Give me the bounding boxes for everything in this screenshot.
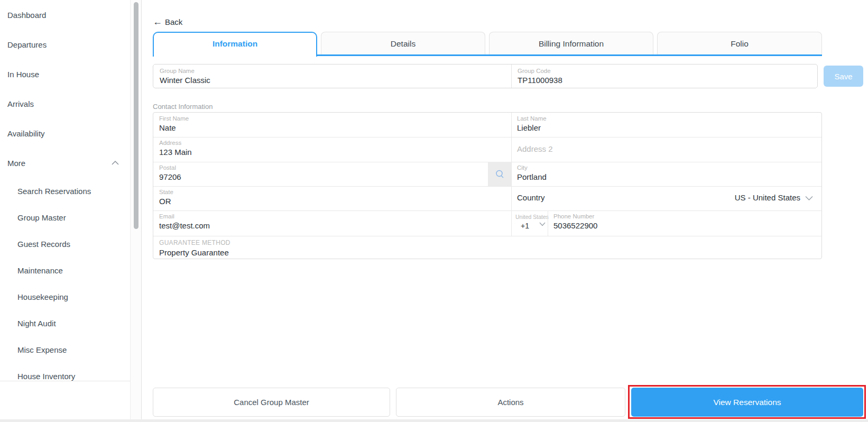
- group-name-value: Winter Classic: [160, 76, 210, 85]
- state-field[interactable]: State OR: [153, 186, 511, 210]
- email-value: test@test.com: [159, 221, 210, 230]
- sidebar-item-departures[interactable]: Departures: [7, 40, 47, 50]
- view-reservations-button[interactable]: View Reservations: [631, 388, 863, 417]
- sidebar-item-group-master[interactable]: Group Master: [17, 213, 66, 223]
- group-name-field[interactable]: Group Name Winter Classic: [153, 65, 511, 88]
- sidebar-item-arrivals[interactable]: Arrivals: [7, 99, 34, 109]
- phone-number-field[interactable]: Phone Number 5036522900: [548, 210, 821, 236]
- city-label: City: [517, 164, 528, 171]
- address2-field[interactable]: Address 2: [511, 137, 821, 162]
- postal-label: Postal: [159, 164, 176, 171]
- sidebar-item-dashboard[interactable]: Dashboard: [7, 11, 46, 20]
- group-name-label: Group Name: [160, 68, 195, 74]
- last-name-field[interactable]: Last Name Liebler: [511, 113, 821, 137]
- sidebar-scrollbar-thumb[interactable]: [134, 2, 138, 229]
- phone-number-label: Phone Number: [553, 213, 594, 219]
- sidebar-item-search-reservations[interactable]: Search Reservations: [17, 187, 91, 196]
- postal-value: 97206: [159, 172, 181, 181]
- group-code-value: TP11000938: [518, 76, 562, 85]
- contact-grid: First Name Nate Last Name Liebler Addres…: [153, 112, 822, 259]
- save-button[interactable]: Save: [824, 66, 863, 87]
- last-name-value: Liebler: [517, 123, 541, 132]
- postal-field[interactable]: Postal 97206: [153, 162, 488, 186]
- tab-details[interactable]: Details: [321, 32, 485, 54]
- guarantee-method-label: GUARANTEE METHOD: [159, 239, 230, 246]
- app-window: Dashboard Departures In House Arrivals A…: [0, 0, 868, 422]
- country-label: Country: [517, 193, 545, 202]
- chevron-up-icon: [112, 160, 119, 166]
- last-name-label: Last Name: [517, 115, 547, 122]
- first-name-field[interactable]: First Name Nate: [153, 113, 511, 137]
- sidebar-scrollbar-track[interactable]: [130, 0, 142, 419]
- tab-billing-information[interactable]: Billing Information: [489, 32, 653, 54]
- sidebar-item-more[interactable]: More: [7, 159, 25, 168]
- address-value: 123 Main: [159, 148, 192, 157]
- address-field[interactable]: Address 123 Main: [153, 137, 511, 162]
- dial-code-select[interactable]: United States +1: [511, 210, 548, 236]
- sidebar-item-housekeeping[interactable]: Housekeeping: [17, 292, 68, 302]
- sidebar-item-house-inventory[interactable]: House Inventory: [17, 372, 75, 381]
- sidebar: Dashboard Departures In House Arrivals A…: [0, 0, 130, 422]
- actions-button[interactable]: Actions: [396, 388, 625, 417]
- postal-search-button[interactable]: [488, 162, 511, 186]
- bottom-edge-strip: [0, 419, 868, 422]
- group-code-label: Group Code: [518, 68, 551, 74]
- back-label: Back: [165, 17, 182, 26]
- first-name-label: First Name: [159, 115, 189, 122]
- email-field[interactable]: Email test@test.com: [153, 210, 511, 236]
- main-content: ←Back Information Details Billing Inform…: [142, 0, 868, 422]
- country-value: US - United States: [735, 193, 800, 202]
- tab-information[interactable]: Information: [153, 32, 317, 57]
- first-name-value: Nate: [159, 123, 176, 132]
- sidebar-item-in-house[interactable]: In House: [7, 70, 39, 79]
- email-label: Email: [159, 213, 174, 219]
- chevron-down-icon: [539, 222, 546, 226]
- dial-code-value: +1: [521, 222, 529, 230]
- sidebar-item-night-audit[interactable]: Night Audit: [17, 319, 56, 328]
- chevron-down-icon: [805, 196, 813, 201]
- group-code-field[interactable]: Group Code TP11000938: [511, 65, 818, 88]
- city-value: Portland: [517, 172, 547, 181]
- contact-section-label: Contact Information: [153, 103, 213, 111]
- search-icon: [495, 170, 504, 179]
- group-fields-box: Group Name Winter Classic Group Code TP1…: [153, 64, 818, 88]
- city-field[interactable]: City Portland: [511, 162, 821, 186]
- guarantee-method-field[interactable]: GUARANTEE METHOD Property Guarantee: [153, 236, 821, 260]
- sidebar-footer: ? TrainKey 0: [0, 381, 142, 419]
- sidebar-item-maintenance[interactable]: Maintenance: [17, 266, 63, 276]
- state-label: State: [159, 189, 173, 195]
- state-value: OR: [159, 197, 171, 206]
- cancel-group-master-button[interactable]: Cancel Group Master: [153, 388, 390, 417]
- phone-number-value: 5036522900: [553, 221, 597, 230]
- address2-placeholder: Address 2: [517, 144, 553, 153]
- guarantee-method-value: Property Guarantee: [159, 248, 229, 257]
- address-label: Address: [159, 140, 181, 146]
- dial-code-label: United States: [515, 214, 549, 220]
- sidebar-item-guest-records[interactable]: Guest Records: [17, 240, 70, 249]
- country-select[interactable]: Country US - United States: [511, 186, 821, 210]
- tab-folio[interactable]: Folio: [657, 32, 822, 54]
- back-link[interactable]: ←Back: [153, 16, 182, 27]
- back-arrow-icon: ←: [153, 16, 162, 27]
- sidebar-item-availability[interactable]: Availability: [7, 129, 45, 139]
- sidebar-item-misc-expense[interactable]: Misc Expense: [17, 345, 67, 355]
